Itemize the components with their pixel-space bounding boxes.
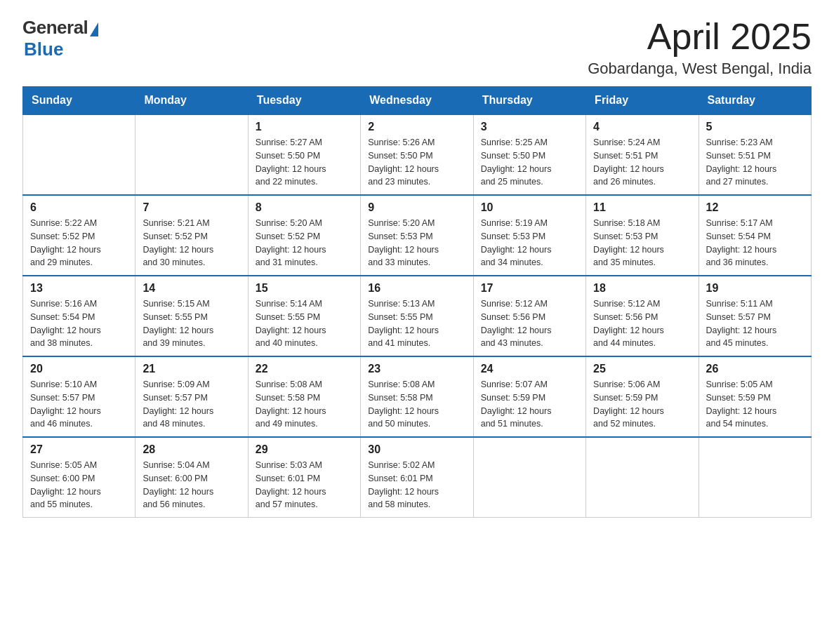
day-number: 28 xyxy=(143,443,240,456)
calendar-week-row: 27Sunrise: 5:05 AM Sunset: 6:00 PM Dayli… xyxy=(23,437,812,518)
calendar-cell: 3Sunrise: 5:25 AM Sunset: 5:50 PM Daylig… xyxy=(473,114,585,195)
day-info: Sunrise: 5:26 AM Sunset: 5:50 PM Dayligh… xyxy=(368,136,465,189)
day-info: Sunrise: 5:02 AM Sunset: 6:01 PM Dayligh… xyxy=(368,459,465,511)
month-title: April 2025 xyxy=(588,17,812,57)
day-info: Sunrise: 5:15 AM Sunset: 5:55 PM Dayligh… xyxy=(143,297,240,350)
calendar-cell: 20Sunrise: 5:10 AM Sunset: 5:57 PM Dayli… xyxy=(23,356,135,437)
calendar-week-row: 20Sunrise: 5:10 AM Sunset: 5:57 PM Dayli… xyxy=(23,356,812,437)
calendar-cell: 18Sunrise: 5:12 AM Sunset: 5:56 PM Dayli… xyxy=(586,276,699,356)
calendar-cell: 22Sunrise: 5:08 AM Sunset: 5:58 PM Dayli… xyxy=(248,356,360,437)
calendar-cell xyxy=(473,437,585,518)
logo-triangle-icon xyxy=(90,22,98,36)
day-info: Sunrise: 5:06 AM Sunset: 5:59 PM Dayligh… xyxy=(593,378,691,431)
calendar-cell xyxy=(699,437,811,518)
calendar-table: SundayMondayTuesdayWednesdayThursdayFrid… xyxy=(22,86,812,518)
day-info: Sunrise: 5:11 AM Sunset: 5:57 PM Dayligh… xyxy=(706,297,804,350)
calendar-cell: 24Sunrise: 5:07 AM Sunset: 5:59 PM Dayli… xyxy=(473,356,585,437)
calendar-header-monday: Monday xyxy=(135,87,248,115)
calendar-cell xyxy=(586,437,699,518)
day-number: 3 xyxy=(481,121,578,133)
day-info: Sunrise: 5:14 AM Sunset: 5:55 PM Dayligh… xyxy=(256,297,353,350)
day-number: 11 xyxy=(593,201,691,214)
calendar-cell: 28Sunrise: 5:04 AM Sunset: 6:00 PM Dayli… xyxy=(135,437,248,518)
logo: General Blue xyxy=(22,17,98,60)
calendar-cell: 11Sunrise: 5:18 AM Sunset: 5:53 PM Dayli… xyxy=(586,195,699,276)
calendar-week-row: 6Sunrise: 5:22 AM Sunset: 5:52 PM Daylig… xyxy=(23,195,812,276)
page-header: General Blue April 2025 Gobardanga, West… xyxy=(22,17,812,78)
logo-general-text: General xyxy=(22,17,88,39)
calendar-week-row: 1Sunrise: 5:27 AM Sunset: 5:50 PM Daylig… xyxy=(23,114,812,195)
day-info: Sunrise: 5:19 AM Sunset: 5:53 PM Dayligh… xyxy=(481,217,578,269)
day-number: 26 xyxy=(706,363,804,375)
day-info: Sunrise: 5:08 AM Sunset: 5:58 PM Dayligh… xyxy=(368,378,465,431)
day-info: Sunrise: 5:12 AM Sunset: 5:56 PM Dayligh… xyxy=(593,297,691,350)
day-number: 21 xyxy=(143,363,240,375)
day-number: 15 xyxy=(256,282,353,295)
calendar-cell: 1Sunrise: 5:27 AM Sunset: 5:50 PM Daylig… xyxy=(248,114,360,195)
calendar-cell: 12Sunrise: 5:17 AM Sunset: 5:54 PM Dayli… xyxy=(699,195,811,276)
day-info: Sunrise: 5:16 AM Sunset: 5:54 PM Dayligh… xyxy=(30,297,128,350)
day-number: 14 xyxy=(143,282,240,295)
calendar-cell: 25Sunrise: 5:06 AM Sunset: 5:59 PM Dayli… xyxy=(586,356,699,437)
day-number: 18 xyxy=(593,282,691,295)
day-number: 10 xyxy=(481,201,578,214)
calendar-cell: 16Sunrise: 5:13 AM Sunset: 5:55 PM Dayli… xyxy=(361,276,473,356)
calendar-cell: 14Sunrise: 5:15 AM Sunset: 5:55 PM Dayli… xyxy=(135,276,248,356)
day-info: Sunrise: 5:20 AM Sunset: 5:52 PM Dayligh… xyxy=(256,217,353,269)
location-title: Gobardanga, West Bengal, India xyxy=(588,60,812,78)
day-info: Sunrise: 5:12 AM Sunset: 5:56 PM Dayligh… xyxy=(481,297,578,350)
day-info: Sunrise: 5:23 AM Sunset: 5:51 PM Dayligh… xyxy=(706,136,804,189)
calendar-cell: 7Sunrise: 5:21 AM Sunset: 5:52 PM Daylig… xyxy=(135,195,248,276)
day-number: 5 xyxy=(706,121,804,133)
day-info: Sunrise: 5:09 AM Sunset: 5:57 PM Dayligh… xyxy=(143,378,240,431)
day-number: 1 xyxy=(256,121,353,133)
calendar-cell: 21Sunrise: 5:09 AM Sunset: 5:57 PM Dayli… xyxy=(135,356,248,437)
calendar-cell: 2Sunrise: 5:26 AM Sunset: 5:50 PM Daylig… xyxy=(361,114,473,195)
day-number: 16 xyxy=(368,282,465,295)
day-info: Sunrise: 5:20 AM Sunset: 5:53 PM Dayligh… xyxy=(368,217,465,269)
calendar-cell: 15Sunrise: 5:14 AM Sunset: 5:55 PM Dayli… xyxy=(248,276,360,356)
day-number: 2 xyxy=(368,121,465,133)
calendar-cell: 29Sunrise: 5:03 AM Sunset: 6:01 PM Dayli… xyxy=(248,437,360,518)
calendar-header-friday: Friday xyxy=(586,87,699,115)
day-info: Sunrise: 5:17 AM Sunset: 5:54 PM Dayligh… xyxy=(706,217,804,269)
day-info: Sunrise: 5:24 AM Sunset: 5:51 PM Dayligh… xyxy=(593,136,691,189)
day-info: Sunrise: 5:07 AM Sunset: 5:59 PM Dayligh… xyxy=(481,378,578,431)
day-info: Sunrise: 5:05 AM Sunset: 6:00 PM Dayligh… xyxy=(30,459,128,511)
calendar-cell: 6Sunrise: 5:22 AM Sunset: 5:52 PM Daylig… xyxy=(23,195,135,276)
day-info: Sunrise: 5:25 AM Sunset: 5:50 PM Dayligh… xyxy=(481,136,578,189)
day-number: 29 xyxy=(256,443,353,456)
day-number: 27 xyxy=(30,443,128,456)
day-number: 12 xyxy=(706,201,804,214)
day-number: 8 xyxy=(256,201,353,214)
day-number: 23 xyxy=(368,363,465,375)
day-number: 17 xyxy=(481,282,578,295)
calendar-header-thursday: Thursday xyxy=(473,87,585,115)
day-number: 25 xyxy=(593,363,691,375)
day-number: 19 xyxy=(706,282,804,295)
day-info: Sunrise: 5:13 AM Sunset: 5:55 PM Dayligh… xyxy=(368,297,465,350)
day-number: 30 xyxy=(368,443,465,456)
day-info: Sunrise: 5:04 AM Sunset: 6:00 PM Dayligh… xyxy=(143,459,240,511)
day-number: 22 xyxy=(256,363,353,375)
day-info: Sunrise: 5:05 AM Sunset: 5:59 PM Dayligh… xyxy=(706,378,804,431)
calendar-cell: 26Sunrise: 5:05 AM Sunset: 5:59 PM Dayli… xyxy=(699,356,811,437)
calendar-cell: 9Sunrise: 5:20 AM Sunset: 5:53 PM Daylig… xyxy=(361,195,473,276)
calendar-cell: 30Sunrise: 5:02 AM Sunset: 6:01 PM Dayli… xyxy=(361,437,473,518)
day-number: 7 xyxy=(143,201,240,214)
day-info: Sunrise: 5:27 AM Sunset: 5:50 PM Dayligh… xyxy=(256,136,353,189)
day-number: 9 xyxy=(368,201,465,214)
calendar-cell: 5Sunrise: 5:23 AM Sunset: 5:51 PM Daylig… xyxy=(699,114,811,195)
calendar-cell xyxy=(23,114,135,195)
day-info: Sunrise: 5:08 AM Sunset: 5:58 PM Dayligh… xyxy=(256,378,353,431)
day-number: 13 xyxy=(30,282,128,295)
calendar-cell: 4Sunrise: 5:24 AM Sunset: 5:51 PM Daylig… xyxy=(586,114,699,195)
calendar-week-row: 13Sunrise: 5:16 AM Sunset: 5:54 PM Dayli… xyxy=(23,276,812,356)
calendar-cell: 27Sunrise: 5:05 AM Sunset: 6:00 PM Dayli… xyxy=(23,437,135,518)
day-number: 6 xyxy=(30,201,128,214)
day-number: 20 xyxy=(30,363,128,375)
calendar-cell: 10Sunrise: 5:19 AM Sunset: 5:53 PM Dayli… xyxy=(473,195,585,276)
calendar-cell: 19Sunrise: 5:11 AM Sunset: 5:57 PM Dayli… xyxy=(699,276,811,356)
calendar-cell: 8Sunrise: 5:20 AM Sunset: 5:52 PM Daylig… xyxy=(248,195,360,276)
day-info: Sunrise: 5:22 AM Sunset: 5:52 PM Dayligh… xyxy=(30,217,128,269)
